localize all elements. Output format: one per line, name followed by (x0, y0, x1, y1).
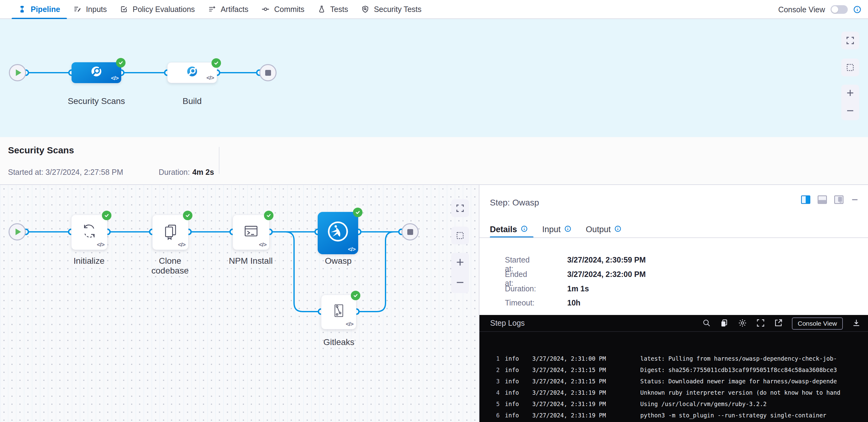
log-line: 5info3/27/2024, 2:31:19 PMUsing /usr/loc… (479, 398, 868, 410)
stage-node-security-scans[interactable]: </> (71, 62, 121, 83)
pipeline-execution-screen: Pipeline Inputs Policy Evaluations Artif… (0, 0, 868, 422)
info-icon[interactable] (564, 225, 571, 234)
info-icon[interactable] (615, 225, 621, 234)
step-logs-header: Step Logs Console View (479, 315, 868, 332)
minimize-panel-icon[interactable] (851, 196, 859, 205)
initialize-icon (81, 222, 98, 241)
tab-label: Artifacts (221, 5, 248, 14)
stage-connectors (0, 19, 868, 137)
layout-right-panel-icon[interactable] (801, 195, 810, 205)
zoom-out-button[interactable] (455, 278, 465, 289)
step-node-owasp[interactable]: </> (318, 212, 358, 254)
reset-view-button[interactable] (841, 59, 859, 76)
zoom-in-button[interactable] (846, 88, 855, 99)
nav-right: Console View (778, 0, 861, 19)
tab-input[interactable]: Input (542, 225, 571, 234)
console-view-toggle[interactable] (831, 5, 848, 14)
commit-icon (262, 5, 269, 13)
step-node-initialize[interactable]: </> (71, 215, 107, 250)
reset-view-button[interactable] (451, 227, 469, 245)
layout-floating-panel-icon[interactable] (834, 195, 843, 205)
step-logs-title: Step Logs (490, 319, 525, 328)
zoom-out-button[interactable] (846, 106, 855, 117)
success-check-icon (102, 211, 112, 220)
execution-tab-bar: Pipeline Inputs Policy Evaluations Artif… (0, 0, 868, 19)
tab-tests[interactable]: Tests (311, 0, 355, 19)
step-panel-title: Step: Owasp (490, 198, 539, 207)
code-icon: </> (207, 74, 214, 81)
tab-pipeline[interactable]: Pipeline (12, 0, 67, 19)
tab-commits[interactable]: Commits (255, 0, 311, 19)
stage-start-node (9, 223, 26, 240)
step-label: Clone codebase (140, 256, 201, 276)
pipeline-end-node (259, 64, 277, 81)
stage-label: Build (167, 96, 217, 106)
step-label: NPM Install (220, 256, 281, 266)
stage-node-build[interactable]: </> (167, 62, 217, 83)
tab-label: Inputs (86, 5, 107, 14)
divider (479, 237, 868, 238)
info-icon[interactable] (521, 225, 528, 234)
copy-icon[interactable] (720, 319, 728, 328)
settings-gear-icon[interactable] (738, 318, 747, 329)
step-label: Initialize (64, 256, 114, 266)
flask-icon (318, 5, 326, 13)
shield-scan-icon (362, 5, 369, 13)
layout-bottom-panel-icon[interactable] (818, 195, 827, 205)
tab-artifacts[interactable]: Artifacts (202, 0, 255, 19)
console-view-button[interactable]: Console View (792, 317, 843, 330)
log-line: 3info3/27/2024, 2:31:15 PMStatus: Downlo… (479, 376, 868, 387)
open-in-new-icon[interactable] (774, 319, 783, 328)
step-logs-panel: Step Logs Console View 1info3/27/2024, 2… (479, 315, 868, 422)
stage-title: Security Scans (8, 145, 74, 156)
code-icon: </> (259, 241, 267, 248)
code-icon: </> (97, 241, 104, 248)
log-line: 2info3/27/2024, 2:31:15 PMDigest: sha256… (479, 364, 868, 376)
stop-icon (407, 229, 413, 235)
tab-label: Security Tests (374, 5, 422, 14)
clone-codebase-icon (161, 222, 179, 241)
stage-duration: Duration:4m 2s (159, 168, 214, 177)
terminal-icon (242, 222, 260, 241)
stage-end-node (401, 223, 418, 240)
step-node-gitleaks[interactable]: </> (321, 295, 356, 329)
tab-details[interactable]: Details (490, 225, 528, 234)
tab-label: Tests (330, 5, 348, 14)
tab-policy-evaluations[interactable]: Policy Evaluations (114, 0, 202, 19)
tab-label: Policy Evaluations (133, 5, 195, 14)
search-icon[interactable] (702, 319, 711, 328)
step-label: Gitleaks (308, 337, 370, 347)
pipeline-icon (19, 5, 26, 13)
inputs-icon (74, 5, 81, 13)
gitleaks-icon (330, 302, 347, 321)
lower-area: </> Initialize </> Clone codebase </> NP… (0, 185, 868, 422)
tab-security-tests[interactable]: Security Tests (355, 0, 428, 19)
panel-layout-controls (801, 195, 859, 205)
download-icon[interactable] (852, 319, 861, 328)
success-check-icon (264, 211, 274, 220)
tab-output[interactable]: Output (586, 225, 621, 234)
console-view-label: Console View (778, 5, 825, 14)
success-check-icon (212, 58, 221, 68)
fullscreen-icon[interactable] (756, 319, 765, 328)
tab-inputs[interactable]: Inputs (67, 0, 114, 19)
stage-info-bar: Security Scans Started at: 3/27/2024, 2:… (0, 137, 868, 185)
success-check-icon (353, 207, 363, 217)
code-icon: </> (348, 246, 355, 253)
stage-label: Security Scans (60, 96, 133, 106)
step-node-clone-codebase[interactable]: </> (152, 215, 188, 250)
step-node-npm-install[interactable]: </> (232, 215, 270, 250)
play-icon (10, 64, 25, 81)
info-icon[interactable] (853, 5, 861, 13)
success-check-icon (351, 291, 360, 300)
success-check-icon (183, 211, 192, 220)
divider (219, 147, 219, 174)
log-line: 6info3/27/2024, 2:31:19 PMpython3 -m sto… (479, 410, 868, 421)
pipeline-start-node (9, 64, 26, 81)
stop-icon (265, 70, 271, 76)
step-graph-canvas: </> Initialize </> Clone codebase </> NP… (0, 185, 479, 422)
fullscreen-button[interactable] (451, 199, 469, 217)
fullscreen-button[interactable] (841, 32, 859, 50)
zoom-controls (841, 85, 859, 120)
zoom-in-button[interactable] (455, 257, 465, 268)
